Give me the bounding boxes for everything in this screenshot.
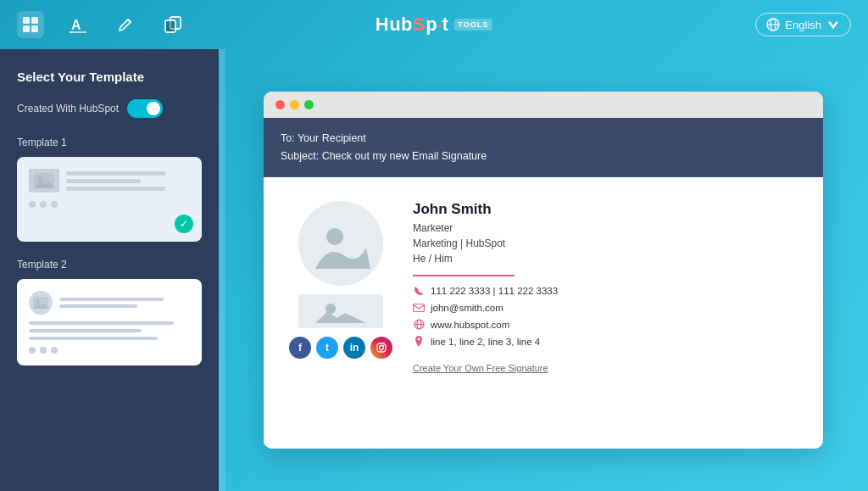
template2-dot1 (29, 347, 36, 354)
template1-image-placeholder (29, 169, 59, 192)
top-nav: A HubSp●t TOOLS English (0, 0, 868, 49)
selected-checkmark: ✓ (175, 215, 193, 233)
svg-rect-3 (31, 25, 38, 32)
titlebar-minimize-dot (290, 100, 299, 109)
address-row: line 1, line 2, line 3, line 4 (413, 336, 798, 348)
tools-badge: TOOLS (453, 19, 492, 31)
location-icon (413, 336, 425, 348)
profile-photo (298, 201, 383, 286)
template1-section: Template 1 (17, 137, 202, 242)
phone-icon (413, 285, 425, 297)
toggle-row: Created With HubSpot ✓ (17, 99, 202, 118)
banner-placeholder (298, 294, 383, 328)
toggle-switch[interactable]: ✓ (127, 99, 163, 118)
template2-lines-block (29, 321, 190, 340)
svg-point-21 (380, 346, 384, 350)
svg-rect-23 (414, 304, 425, 311)
address-text: line 1, line 2, line 3, line 4 (431, 337, 540, 347)
signature-container: f t in (289, 201, 798, 375)
signature-info: 111 222 3333 | 111 222 3333 (413, 285, 798, 348)
svg-text:A: A (71, 18, 81, 32)
template2-line5 (29, 337, 158, 340)
grid-nav-icon[interactable] (17, 11, 44, 38)
instagram-icon[interactable] (370, 337, 392, 359)
template1-row (29, 169, 190, 192)
preview-area: To: Your Recipient Subject: Check out my… (225, 49, 868, 491)
phone-row: 111 222 3333 | 111 222 3333 (413, 285, 798, 297)
logo-text: HubSp●t (376, 14, 449, 36)
phone-text: 111 222 3333 | 111 222 3333 (431, 286, 558, 296)
create-signature-link[interactable]: Create Your Own Free Signature (413, 363, 548, 373)
email-header: To: Your Recipient Subject: Check out my… (264, 118, 823, 178)
template2-dot3 (51, 347, 58, 354)
template2-line4 (29, 329, 142, 332)
template1-dot3 (51, 201, 58, 208)
svg-point-15 (36, 299, 40, 304)
template2-label: Template 2 (17, 259, 202, 271)
sidebar: Select Your Template Created With HubSpo… (0, 49, 219, 491)
instagram-svg (376, 343, 387, 353)
sidebar-title: Select Your Template (17, 70, 202, 84)
email-subject: Subject: Check out my new Email Signatur… (281, 148, 806, 165)
svg-rect-20 (377, 343, 386, 352)
globe-icon (766, 18, 780, 31)
facebook-icon[interactable]: f (289, 337, 311, 359)
scrollbar (219, 49, 225, 491)
template1-card[interactable]: ✓ (17, 157, 202, 242)
template1-lines (66, 171, 190, 191)
template1-dot2 (40, 201, 47, 208)
template2-section: Template 2 (17, 259, 202, 365)
template2-circle (29, 291, 53, 315)
email-titlebar (264, 92, 823, 118)
signature-left: f t in (289, 201, 392, 359)
language-button[interactable]: English (755, 13, 851, 36)
email-icon (413, 302, 425, 314)
toggle-label: Created With HubSpot (17, 103, 119, 114)
template2-line2 (59, 304, 137, 308)
mountain-icon (34, 173, 54, 188)
email-window: To: Your Recipient Subject: Check out my… (264, 92, 823, 449)
template2-line1 (59, 298, 164, 301)
toggle-knob (147, 102, 160, 115)
email-text: john@smith.com (431, 303, 504, 313)
text-nav-icon[interactable]: A (64, 11, 92, 38)
template2-text (59, 298, 190, 308)
linkedin-icon[interactable]: in (343, 337, 365, 359)
website-icon (413, 319, 425, 331)
template1-preview (29, 169, 190, 208)
email-to: To: Your Recipient (281, 130, 806, 148)
email-row: john@smith.com (413, 302, 798, 314)
template1-line1 (66, 171, 165, 176)
template1-line2 (66, 179, 141, 183)
twitter-icon[interactable]: t (316, 337, 338, 359)
signature-name: John Smith (413, 201, 798, 218)
chevron-down-icon (826, 18, 840, 31)
svg-rect-8 (165, 20, 175, 32)
titlebar-maximize-dot (304, 100, 314, 109)
titlebar-close-dot (275, 100, 285, 109)
copy-nav-icon[interactable] (159, 11, 186, 38)
language-label: English (785, 19, 821, 31)
pen-nav-icon[interactable] (112, 11, 139, 38)
template1-dot1 (29, 201, 36, 208)
logo: HubSp●t TOOLS (376, 14, 492, 36)
signature-right: John Smith Marketer Marketing | HubSpot … (413, 201, 798, 375)
profile-placeholder-icon (311, 218, 370, 269)
template2-line3 (29, 321, 174, 325)
email-body: f t in (264, 177, 823, 449)
template1-label: Template 1 (17, 137, 202, 148)
svg-rect-1 (31, 17, 38, 24)
website-text: www.hubspot.com (431, 320, 509, 330)
svg-point-17 (326, 228, 343, 245)
template2-card[interactable] (17, 279, 202, 365)
svg-rect-2 (23, 25, 30, 32)
template2-mountain-icon (33, 297, 48, 309)
template2-dot2 (40, 347, 47, 354)
svg-rect-0 (23, 17, 30, 24)
social-icons: f t in (289, 337, 392, 359)
nav-icons-group: A (17, 11, 186, 38)
template2-top (29, 291, 190, 315)
svg-point-22 (383, 345, 385, 347)
signature-title: Marketer Marketing | HubSpot He / Him (413, 220, 798, 266)
main-content: Select Your Template Created With HubSpo… (0, 49, 868, 491)
